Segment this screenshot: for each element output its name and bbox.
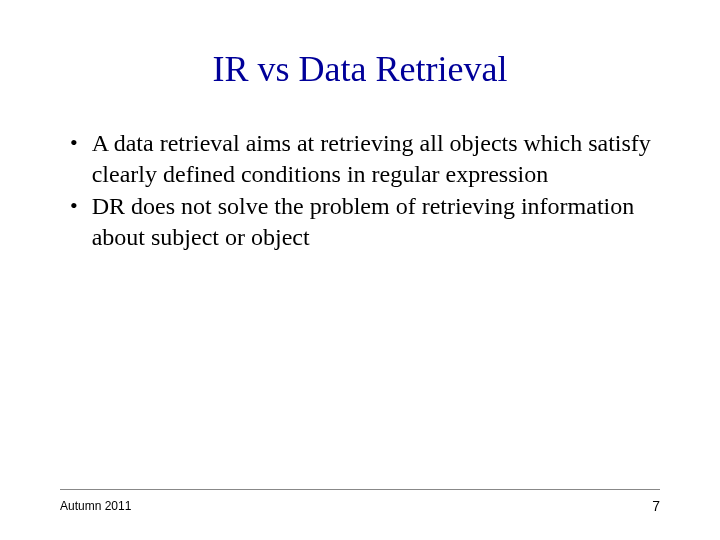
bullet-text: DR does not solve the problem of retriev…: [92, 191, 660, 252]
footer-row: Autumn 2011 7: [60, 498, 660, 514]
slide-title: IR vs Data Retrieval: [60, 48, 660, 90]
bullet-item: • A data retrieval aims at retrieving al…: [70, 128, 660, 189]
bullet-marker: •: [70, 191, 78, 222]
slide-container: IR vs Data Retrieval • A data retrieval …: [0, 0, 720, 540]
bullet-item: • DR does not solve the problem of retri…: [70, 191, 660, 252]
bullet-marker: •: [70, 128, 78, 159]
footer-date: Autumn 2011: [60, 499, 131, 513]
slide-footer: Autumn 2011 7: [60, 489, 660, 514]
page-number: 7: [652, 498, 660, 514]
bullet-text: A data retrieval aims at retrieving all …: [92, 128, 660, 189]
footer-divider: [60, 489, 660, 490]
slide-content: • A data retrieval aims at retrieving al…: [60, 128, 660, 253]
